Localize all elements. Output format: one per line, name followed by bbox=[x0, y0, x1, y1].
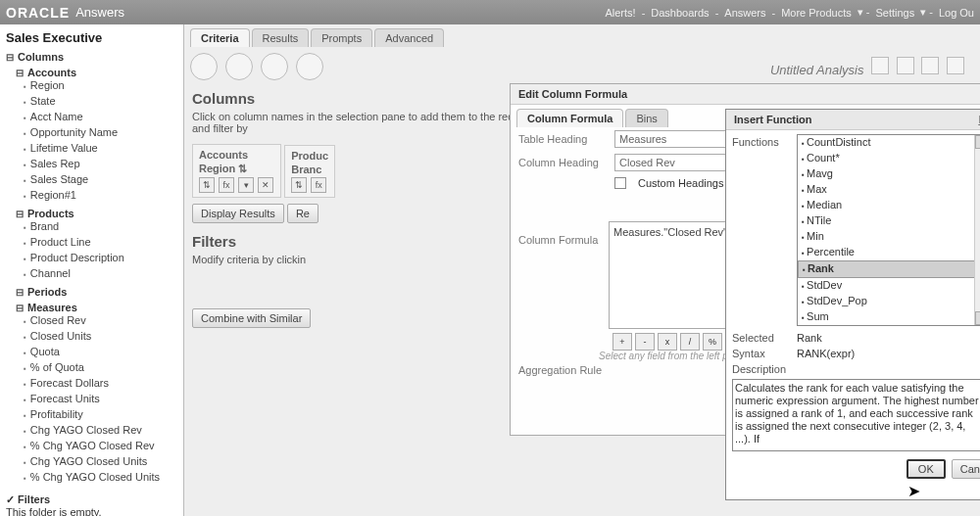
tab-column-formula[interactable]: Column Formula bbox=[516, 109, 623, 127]
tree-columns[interactable]: Columns bbox=[6, 51, 177, 63]
fn-item[interactable]: Median bbox=[798, 198, 980, 213]
tree-periods[interactable]: Periods bbox=[16, 286, 177, 298]
alerts-link[interactable]: Alerts! bbox=[605, 7, 635, 19]
insert-function-dialog: Insert Function Help Functions CountDist… bbox=[725, 109, 980, 500]
analysis-title-area: Untitled Analysis bbox=[770, 57, 974, 77]
tree-item[interactable]: Chg YAGO Closed Units bbox=[24, 454, 177, 470]
sort-icon[interactable]: ⇅ bbox=[199, 177, 215, 193]
tree-item[interactable]: Product Line bbox=[24, 235, 177, 251]
tree-item[interactable]: State bbox=[24, 94, 177, 110]
custom-headings-checkbox[interactable] bbox=[614, 177, 626, 189]
toolbar-icon[interactable] bbox=[296, 53, 323, 80]
refresh-icon[interactable] bbox=[947, 57, 964, 74]
toolbar-icon[interactable] bbox=[225, 53, 253, 80]
dialog-title: Insert Function bbox=[734, 114, 811, 125]
tree-item[interactable]: Chg YAGO Closed Rev bbox=[24, 423, 177, 439]
filters-folder-title[interactable]: Filters bbox=[6, 493, 177, 506]
settings-link[interactable]: Settings bbox=[875, 7, 914, 19]
filter-icon[interactable]: ▾ bbox=[238, 177, 254, 193]
tab-bins[interactable]: Bins bbox=[625, 109, 667, 127]
fn-item[interactable]: Percentile bbox=[798, 245, 980, 260]
tab-prompts[interactable]: Prompts bbox=[311, 28, 372, 47]
tree-item[interactable]: Sales Rep bbox=[24, 157, 177, 172]
tree-item[interactable]: Quota bbox=[24, 345, 177, 360]
fn-item-selected[interactable]: Rank bbox=[798, 260, 980, 278]
open-icon[interactable] bbox=[921, 57, 939, 74]
logout-link[interactable]: Log Ou bbox=[939, 7, 974, 19]
reorder-button[interactable]: Re bbox=[287, 204, 318, 223]
tree-item[interactable]: Forecast Dollars bbox=[24, 376, 177, 392]
description-box: Calculates the rank for each value satis… bbox=[732, 379, 980, 451]
fn-item[interactable]: NTile bbox=[798, 213, 980, 229]
cancel-button[interactable]: Cancel bbox=[952, 459, 980, 479]
answers-link[interactable]: Answers bbox=[724, 7, 765, 19]
tab-advanced[interactable]: Advanced bbox=[374, 28, 444, 47]
fn-item[interactable]: Min bbox=[798, 229, 980, 245]
tree-products[interactable]: Products bbox=[16, 208, 177, 219]
tree-item[interactable]: Profitability bbox=[24, 407, 177, 423]
fn-item[interactable]: StdDev_Pop bbox=[798, 294, 980, 309]
tree-item[interactable]: Brand bbox=[24, 219, 177, 235]
ok-button[interactable]: OK bbox=[906, 459, 946, 479]
scrollbar[interactable] bbox=[974, 135, 980, 325]
new-icon[interactable] bbox=[897, 57, 914, 74]
combine-button[interactable]: Combine with Similar bbox=[192, 308, 311, 328]
analysis-title: Untitled Analysis bbox=[770, 63, 864, 77]
op-minus[interactable]: - bbox=[635, 333, 655, 351]
delete-icon[interactable]: ✕ bbox=[258, 177, 273, 193]
fn-item[interactable]: CountDistinct bbox=[798, 135, 980, 151]
op-div[interactable]: / bbox=[680, 333, 700, 351]
selected-value: Rank bbox=[797, 332, 822, 344]
syntax-value: RANK(expr) bbox=[797, 348, 855, 359]
table-heading-label: Table Heading bbox=[518, 133, 607, 145]
tree-item[interactable]: Forecast Units bbox=[24, 392, 177, 407]
brand-logo: ORACLE bbox=[6, 5, 70, 21]
tab-criteria[interactable]: Criteria bbox=[190, 28, 250, 47]
dashboards-link[interactable]: Dashboards bbox=[651, 7, 709, 19]
op-mult[interactable]: x bbox=[658, 333, 677, 351]
toolbar-icon[interactable] bbox=[261, 53, 288, 80]
fn-item[interactable]: Mavg bbox=[798, 166, 980, 182]
fx-icon[interactable]: fx bbox=[311, 177, 326, 193]
fx-icon[interactable]: fx bbox=[219, 177, 234, 193]
fn-item[interactable]: Sum bbox=[798, 309, 980, 325]
tab-results[interactable]: Results bbox=[252, 28, 310, 47]
tree-item[interactable]: Product Description bbox=[24, 251, 177, 266]
tree-accounts[interactable]: Accounts bbox=[16, 67, 177, 78]
tree-item[interactable]: Acct Name bbox=[24, 110, 177, 125]
column-card-products: Produc Branc ⇅ fx bbox=[284, 145, 335, 198]
tree-item[interactable]: % of Quota bbox=[24, 360, 177, 376]
tree-item[interactable]: Sales Stage bbox=[24, 172, 177, 188]
tree-item[interactable]: Closed Units bbox=[24, 329, 177, 345]
syntax-label: Syntax bbox=[732, 348, 791, 359]
tree-item[interactable]: Closed Rev bbox=[24, 313, 177, 329]
filters-folder-empty: This folder is empty. bbox=[6, 506, 177, 516]
tree-item[interactable]: Region bbox=[24, 78, 177, 94]
tree-item[interactable]: % Chg YAGO Closed Rev bbox=[24, 439, 177, 454]
sort-icon[interactable]: ⇅ bbox=[291, 177, 307, 193]
tree-item[interactable]: % Chg YAGO Closed Units bbox=[24, 470, 177, 486]
tree-item[interactable]: Region#1 bbox=[24, 188, 177, 204]
description-label: Description bbox=[732, 363, 791, 375]
fn-item[interactable]: Max bbox=[798, 182, 980, 198]
functions-label: Functions bbox=[732, 134, 791, 326]
workspace: Criteria Results Prompts Advanced Untitl… bbox=[184, 24, 980, 516]
subject-area-pane: Sales Executive Columns Accounts Region … bbox=[0, 24, 184, 516]
subject-area-title: Sales Executive bbox=[6, 30, 177, 45]
more-products-link[interactable]: More Products bbox=[781, 7, 852, 19]
fn-item[interactable]: Count* bbox=[798, 151, 980, 166]
display-results-button[interactable]: Display Results bbox=[192, 204, 284, 223]
op-plus[interactable]: + bbox=[612, 333, 632, 351]
tree-item[interactable]: Opportunity Name bbox=[24, 125, 177, 141]
save-icon[interactable] bbox=[871, 57, 889, 74]
functions-listbox[interactable]: CountDistinct Count* Mavg Max Median NTi… bbox=[797, 134, 980, 326]
custom-headings-label: Custom Headings bbox=[638, 177, 723, 189]
fn-item[interactable]: StdDev bbox=[798, 278, 980, 294]
tree-measures[interactable]: Measures bbox=[16, 302, 177, 313]
description-text: Calculates the rank for each value satis… bbox=[735, 382, 980, 446]
toolbar-icon[interactable] bbox=[190, 53, 218, 80]
fn-item[interactable]: SumDistinct bbox=[798, 325, 980, 326]
tree-item[interactable]: Lifetime Value bbox=[24, 141, 177, 157]
tree-item[interactable]: Channel bbox=[24, 266, 177, 282]
op-pct[interactable]: % bbox=[703, 333, 722, 351]
